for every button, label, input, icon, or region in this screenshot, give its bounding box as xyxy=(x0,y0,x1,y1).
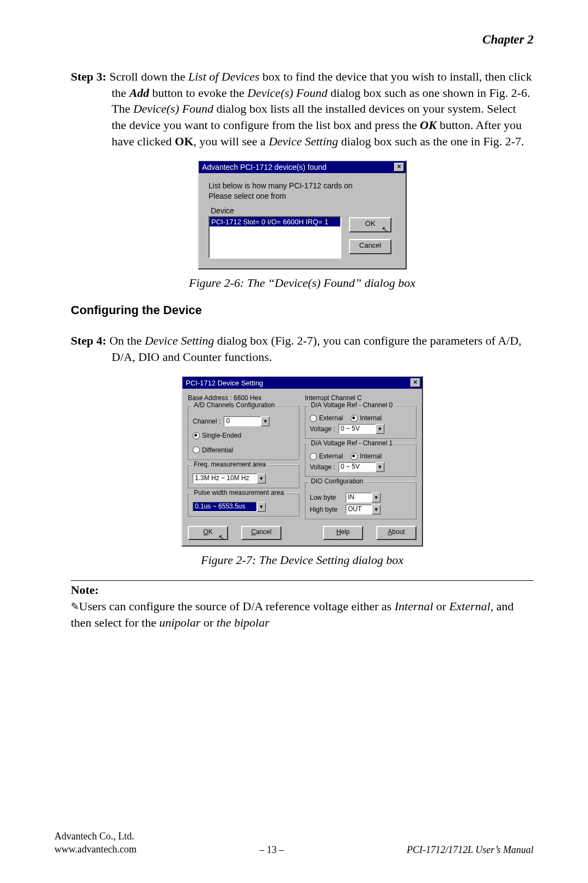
radio-icon xyxy=(351,415,358,422)
differential-radio[interactable]: Differential xyxy=(193,446,233,454)
label: Base Address : xyxy=(188,394,232,402)
text: , you will see a xyxy=(193,134,268,148)
footer-manual: PCI-1712/1712L User’s Manual xyxy=(407,844,534,856)
dialog-titlebar: PCI-1712 Device Setting × xyxy=(182,377,422,389)
radio-icon xyxy=(351,453,358,460)
dropdown-value: 0.1us ~ 6553.5us xyxy=(193,502,257,512)
note-body: ✎Users can configure the source of D/A r… xyxy=(71,598,534,630)
ok-button[interactable]: OK ↖ xyxy=(188,526,228,540)
group-legend: D/A Voltage Ref - Channel 1 xyxy=(309,439,395,447)
radio-label: Internal xyxy=(360,452,382,460)
about-button[interactable]: About xyxy=(376,526,416,540)
text: Please select one from xyxy=(209,191,398,201)
value: 6600 Hex xyxy=(234,394,261,402)
page-footer: Advantech Co., Ltd. www.advantech.com – … xyxy=(54,830,534,856)
text-italic: Internal xyxy=(395,599,433,613)
voltage1-dropdown[interactable]: 0 ~ 5V ▼ xyxy=(339,462,384,472)
dio-group: DIO Configuration Low byte IN ▼ High byt… xyxy=(305,481,416,519)
label: High byte xyxy=(310,506,342,513)
freq-dropdown[interactable]: 1.3M Hz ~ 10M Hz ▼ xyxy=(193,474,266,483)
radio-icon xyxy=(193,446,200,453)
voltage0-dropdown[interactable]: 0 ~ 5V ▼ xyxy=(339,424,384,434)
radio-icon xyxy=(310,415,317,422)
button-label: O xyxy=(203,528,208,536)
text: Users can configure the source of D/A re… xyxy=(79,599,395,613)
ad-config-group: A/D Channels Configuration Channel : 0 ▼… xyxy=(188,405,299,460)
button-label: OK xyxy=(365,219,376,228)
dialog-title: Advantech PCI-1712 device(s) found xyxy=(202,163,327,171)
radio-label: Single-Ended xyxy=(202,432,241,439)
text: Scroll down the xyxy=(106,70,188,83)
base-address-row: Base Address : 6600 Hex xyxy=(188,394,299,402)
figure-caption-2-6: Figure 2-6: The “Device(s) Found” dialog… xyxy=(71,276,534,290)
da1-group: D/A Voltage Ref - Channel 1 External Int… xyxy=(305,443,416,477)
divider xyxy=(71,580,534,581)
dropdown-value: 0 xyxy=(224,416,261,426)
help-button[interactable]: Help xyxy=(323,526,363,540)
high-byte-dropdown[interactable]: OUT ▼ xyxy=(346,505,381,514)
text-italic: List of Devices xyxy=(188,70,260,83)
internal-radio[interactable]: Internal xyxy=(351,452,382,460)
step4-label: Step 4: xyxy=(71,334,106,347)
value: C xyxy=(357,394,362,402)
text-italic: Device(s) Found xyxy=(133,102,213,115)
device-listbox[interactable]: PCI-1712 Slot= 0 I/O= 6600H IRQ= 1 xyxy=(209,216,341,259)
da0-group: D/A Voltage Ref - Channel 0 External Int… xyxy=(305,405,416,439)
text-italic: Device Setting xyxy=(268,134,338,148)
text-italic: External xyxy=(449,599,491,613)
figure-caption-2-7: Figure 2-7: The Device Setting dialog bo… xyxy=(71,553,534,567)
footer-company: Advantech Co., Ltd. xyxy=(54,830,137,843)
close-icon[interactable]: × xyxy=(411,378,420,387)
chevron-down-icon[interactable]: ▼ xyxy=(257,474,266,483)
dropdown-value: IN xyxy=(346,493,372,502)
button-label: K xyxy=(209,528,213,536)
label: Interrupt Channel xyxy=(305,394,356,402)
internal-radio[interactable]: Internal xyxy=(351,414,382,422)
label: Channel : xyxy=(193,418,220,425)
external-radio[interactable]: External xyxy=(310,452,343,460)
radio-label: External xyxy=(319,452,343,460)
single-ended-radio[interactable]: Single-Ended xyxy=(193,432,241,439)
cancel-button[interactable]: Cancel xyxy=(349,239,391,254)
chevron-down-icon[interactable]: ▼ xyxy=(261,416,270,426)
chevron-down-icon[interactable]: ▼ xyxy=(376,462,384,472)
low-byte-dropdown[interactable]: IN ▼ xyxy=(346,493,381,502)
chevron-down-icon[interactable]: ▼ xyxy=(372,493,381,502)
label: Voltage : xyxy=(310,425,335,433)
text-bold: OK xyxy=(175,134,193,148)
cursor-icon: ↖ xyxy=(218,532,225,542)
group-legend: DIO Configuration xyxy=(309,477,365,485)
step3-label: Step 3: xyxy=(71,70,106,83)
group-legend: Pulse width measurement area xyxy=(192,489,286,496)
external-radio[interactable]: External xyxy=(310,414,343,422)
text: or xyxy=(433,599,449,613)
cancel-button[interactable]: Cancel xyxy=(241,526,281,540)
group-legend: Freq. measurement area xyxy=(192,461,268,468)
text: button to evoke the xyxy=(149,86,247,100)
chevron-down-icon[interactable]: ▼ xyxy=(372,505,381,514)
dialog-titlebar: Advantech PCI-1712 device(s) found × xyxy=(199,161,406,173)
ok-button[interactable]: OK ↖ xyxy=(349,217,391,232)
channel-dropdown[interactable]: 0 ▼ xyxy=(224,416,270,426)
radio-icon xyxy=(193,432,200,439)
chevron-down-icon[interactable]: ▼ xyxy=(257,502,266,512)
dropdown-value: 0 ~ 5V xyxy=(339,462,376,472)
chevron-down-icon[interactable]: ▼ xyxy=(376,424,384,434)
cursor-icon: ↖ xyxy=(382,224,388,235)
text-italic: Device(s) Found xyxy=(247,86,327,100)
close-icon[interactable]: × xyxy=(394,163,404,171)
radio-label: Internal xyxy=(360,414,382,422)
dropdown-value: OUT xyxy=(346,505,372,514)
footer-url: www.advantech.com xyxy=(54,843,137,856)
radio-label: External xyxy=(319,414,343,422)
pulse-dropdown[interactable]: 0.1us ~ 6553.5us ▼ xyxy=(193,502,266,512)
dropdown-value: 0 ~ 5V xyxy=(339,424,376,434)
text-italic: unipolar xyxy=(160,616,201,629)
radio-icon xyxy=(310,453,317,460)
text: or xyxy=(200,616,216,629)
text: On the xyxy=(106,334,144,347)
list-item[interactable]: PCI-1712 Slot= 0 I/O= 6600H IRQ= 1 xyxy=(210,217,340,226)
label: Low byte xyxy=(310,494,342,501)
text: List below is how many PCI-1712 cards on xyxy=(209,181,398,191)
group-legend: A/D Channels Configuration xyxy=(192,401,277,409)
